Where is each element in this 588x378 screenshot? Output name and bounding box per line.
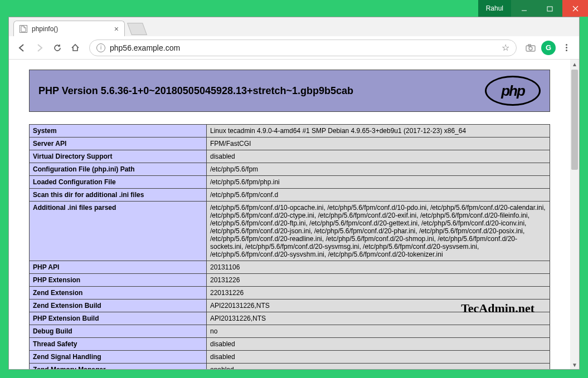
table-row: PHP Extension20131226 bbox=[30, 274, 550, 287]
table-row: Additional .ini files parsed/etc/php/5.6… bbox=[30, 202, 550, 261]
table-row: Zend Signal Handlingdisabled bbox=[30, 351, 550, 364]
config-key: PHP Extension Build bbox=[30, 312, 207, 325]
table-row: Scan this dir for additional .ini files/… bbox=[30, 189, 550, 202]
scroll-up-arrow-icon[interactable]: ▲ bbox=[570, 60, 579, 68]
config-value: /etc/php/5.6/fpm/conf.d bbox=[207, 189, 550, 202]
scrollbar-thumb[interactable] bbox=[571, 70, 578, 170]
config-key: Configuration File (php.ini) Path bbox=[30, 163, 207, 176]
config-value: 20131106 bbox=[207, 261, 550, 274]
config-key: Server API bbox=[30, 138, 207, 150]
config-value: API20131226,NTS bbox=[207, 312, 550, 325]
window-maximize-button[interactable] bbox=[537, 0, 562, 17]
svg-point-5 bbox=[529, 47, 532, 50]
config-value: enabled bbox=[207, 364, 550, 370]
config-key: PHP API bbox=[30, 261, 207, 274]
reload-button[interactable] bbox=[50, 41, 65, 55]
grammarly-extension-icon[interactable]: G bbox=[541, 41, 556, 55]
config-key: Zend Extension Build bbox=[30, 300, 207, 312]
config-key: Additional .ini files parsed bbox=[30, 202, 207, 261]
config-value: 20131226 bbox=[207, 274, 550, 287]
window-minimize-button[interactable] bbox=[511, 0, 537, 17]
table-row: Configuration File (php.ini) Path/etc/ph… bbox=[30, 163, 550, 176]
table-row: Server APIFPM/FastCGI bbox=[30, 138, 550, 150]
config-key: Scan this dir for additional .ini files bbox=[30, 189, 207, 202]
table-row: PHP API20131106 bbox=[30, 261, 550, 274]
config-key: Debug Build bbox=[30, 325, 207, 338]
table-row: PHP Extension BuildAPI20131226,NTS bbox=[30, 312, 550, 325]
tab-close-icon[interactable]: × bbox=[114, 24, 119, 33]
site-info-icon[interactable]: i bbox=[96, 43, 105, 52]
tab-title: phpinfo() bbox=[32, 25, 58, 33]
phpinfo-table: SystemLinux tecadmin 4.9.0-4-amd64 #1 SM… bbox=[29, 124, 550, 369]
back-button[interactable] bbox=[14, 41, 29, 55]
table-row: Virtual Directory Supportdisabled bbox=[30, 150, 550, 163]
config-key: PHP Extension bbox=[30, 274, 207, 287]
phpinfo-page: PHP Version 5.6.36-1+0~20180505045928.13… bbox=[9, 60, 570, 369]
table-row: Thread Safetydisabled bbox=[30, 338, 550, 351]
browser-window: phpinfo() × i php56.example.com ☆ bbox=[8, 17, 580, 370]
config-key: System bbox=[30, 125, 207, 138]
table-row: Zend Memory Managerenabled bbox=[30, 364, 550, 370]
bookmark-star-icon[interactable]: ☆ bbox=[502, 42, 509, 53]
config-value: /etc/php/5.6/fpm/php.ini bbox=[207, 176, 550, 189]
config-value: 220131226 bbox=[207, 287, 550, 300]
browser-tab[interactable]: phpinfo() × bbox=[13, 21, 125, 36]
config-value: disabled bbox=[207, 338, 550, 351]
file-icon bbox=[20, 25, 27, 33]
browser-menu-button[interactable] bbox=[559, 44, 574, 51]
table-row: Debug Buildno bbox=[30, 325, 550, 338]
config-value: disabled bbox=[207, 150, 550, 163]
config-value: no bbox=[207, 325, 550, 338]
php-logo: php bbox=[485, 76, 541, 106]
vertical-scrollbar[interactable]: ▲ ▼ bbox=[570, 60, 579, 369]
table-row: Loaded Configuration File/etc/php/5.6/fp… bbox=[30, 176, 550, 189]
php-version-heading: PHP Version 5.6.36-1+0~20180505045928.13… bbox=[38, 85, 485, 97]
address-bar[interactable]: i php56.example.com ☆ bbox=[89, 40, 517, 56]
browser-toolbar: i php56.example.com ☆ G bbox=[9, 36, 579, 60]
config-key: Zend Memory Manager bbox=[30, 364, 207, 370]
forward-button[interactable] bbox=[32, 41, 47, 55]
config-key: Zend Signal Handling bbox=[30, 351, 207, 364]
scroll-down-arrow-icon[interactable]: ▼ bbox=[570, 360, 579, 369]
config-key: Virtual Directory Support bbox=[30, 150, 207, 163]
window-close-button[interactable] bbox=[562, 0, 588, 17]
table-row: Zend Extension220131226 bbox=[30, 287, 550, 300]
config-key: Thread Safety bbox=[30, 338, 207, 351]
new-tab-button[interactable] bbox=[127, 23, 147, 35]
config-value: Linux tecadmin 4.9.0-4-amd64 #1 SMP Debi… bbox=[207, 125, 550, 138]
user-badge: Rahul bbox=[478, 0, 511, 17]
os-titlebar: Rahul bbox=[0, 0, 588, 17]
page-viewport: PHP Version 5.6.36-1+0~20180505045928.13… bbox=[9, 60, 579, 369]
config-value: /etc/php/5.6/fpm bbox=[207, 163, 550, 176]
svg-rect-1 bbox=[547, 7, 552, 11]
config-value: FPM/FastCGI bbox=[207, 138, 550, 150]
php-logo-text: php bbox=[487, 77, 539, 104]
screenshot-extension-icon[interactable] bbox=[523, 41, 538, 55]
home-button[interactable] bbox=[68, 41, 82, 55]
config-value: /etc/php/5.6/fpm/conf.d/10-opcache.ini, … bbox=[207, 202, 550, 261]
phpinfo-header: PHP Version 5.6.36-1+0~20180505045928.13… bbox=[29, 70, 550, 112]
table-row: Zend Extension BuildAPI220131226,NTS bbox=[30, 300, 550, 312]
config-key: Loaded Configuration File bbox=[30, 176, 207, 189]
config-key: Zend Extension bbox=[30, 287, 207, 300]
tab-strip: phpinfo() × bbox=[9, 17, 579, 36]
url-text: php56.example.com bbox=[110, 43, 180, 52]
config-value: API220131226,NTS bbox=[207, 300, 550, 312]
table-row: SystemLinux tecadmin 4.9.0-4-amd64 #1 SM… bbox=[30, 125, 550, 138]
config-value: disabled bbox=[207, 351, 550, 364]
